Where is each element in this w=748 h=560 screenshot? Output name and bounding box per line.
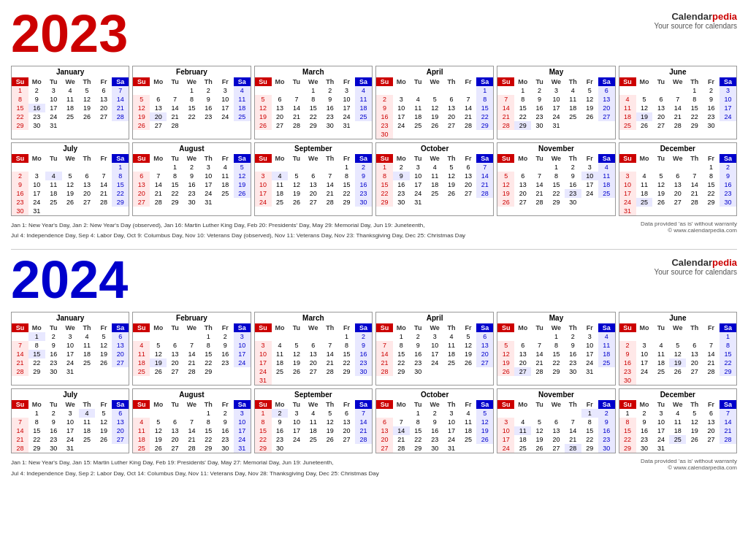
year-2024-header: 2024 Calendarpedia Your source for calen… bbox=[11, 253, 737, 306]
2023-notes-container: Jan 1: New Year's Day, Jan 2: New Year's… bbox=[11, 219, 737, 242]
brand-logo-2024: Calendarpedia Your source for calendars bbox=[654, 253, 737, 276]
month-title-mar-2024: March bbox=[255, 312, 372, 323]
month-title-apr-2023: April bbox=[376, 66, 493, 77]
day: 12 bbox=[79, 95, 96, 104]
day: 8 bbox=[12, 95, 28, 104]
day: 26 bbox=[79, 112, 96, 121]
year-divider bbox=[11, 249, 737, 250]
brand-calendar-2024: Calendar bbox=[671, 257, 712, 268]
2024-bottom-row: July SuMoTuWeThFrSa 123456 78910111213 1… bbox=[11, 388, 737, 453]
day: 2 bbox=[28, 86, 45, 95]
header-fr: Fr bbox=[95, 77, 112, 86]
month-dec-2024: December SuMoTuWeThFrSa 1234567 89101112… bbox=[619, 388, 737, 453]
month-sep-2023: September SuMoTuWeThFrSa 12 3456789 1011… bbox=[254, 142, 373, 216]
month-mar-2024: March SuMoTuWeThFrSa 12 3456789 10111213… bbox=[254, 312, 373, 386]
month-title-may-2024: May bbox=[497, 312, 614, 323]
month-apr-2023: April SuMoTuWeThFrSa 1 2345678 910111213… bbox=[375, 66, 494, 139]
2024-copyright: Data provided 'as is' without warranty© … bbox=[641, 458, 737, 471]
brand-calendar: Calendar bbox=[671, 11, 712, 22]
month-feb-2024: February SuMoTuWeThFrSa 123 45678910 111… bbox=[132, 312, 251, 386]
month-apr-2024: April SuMoTuWeThFrSa 123456 78910111213 … bbox=[375, 312, 494, 386]
2023-notes-line1: Jan 1: New Year's Day, Jan 2: New Year's… bbox=[11, 221, 465, 229]
month-title-feb-2024: February bbox=[133, 312, 250, 323]
month-aug-2023: August SuMoTuWeThFrSa 12345 6789101112 1… bbox=[132, 142, 251, 216]
day: 13 bbox=[95, 95, 112, 104]
month-title-sep-2023: September bbox=[255, 143, 372, 154]
header-th: Th bbox=[79, 77, 96, 86]
month-jun-2023: June SuMoTuWeThFrSa 123 45678910 1112131… bbox=[619, 66, 737, 139]
day: 30 bbox=[28, 121, 45, 130]
day: 11 bbox=[62, 95, 79, 104]
day: 28 bbox=[112, 112, 129, 121]
month-sep-2024: September SuMoTuWeThFrSa 1234567 8910111… bbox=[254, 388, 373, 453]
brand-tagline-2024: Your source for calendars bbox=[654, 268, 737, 276]
2024-notes-line1: Jan 1: New Year's Day, Jan 15: Martin Lu… bbox=[11, 459, 379, 467]
header-mo: Mo bbox=[28, 77, 45, 86]
day: 6 bbox=[95, 86, 112, 95]
month-jul-2024: July SuMoTuWeThFrSa 123456 78910111213 1… bbox=[11, 388, 129, 453]
2024-notes-container: Jan 1: New Year's Day, Jan 15: Martin Lu… bbox=[11, 456, 737, 479]
month-title-dec-2024: December bbox=[619, 389, 736, 400]
day: 24 bbox=[45, 112, 62, 121]
year-2024-section: 2024 Calendarpedia Your source for calen… bbox=[11, 253, 737, 479]
year-2023-title: 2023 bbox=[11, 7, 128, 60]
day: 27 bbox=[95, 112, 112, 121]
month-dec-2023: December SuMoTuWeThFrSa 12 3456789 10111… bbox=[619, 142, 737, 216]
day: 20 bbox=[95, 104, 112, 112]
2023-bottom-row: July SuMoTuWeThFrSa 1 2345678 9101112131… bbox=[11, 142, 737, 216]
month-title-feb-2023: February bbox=[133, 66, 250, 77]
day: 16 bbox=[28, 104, 45, 112]
header-su: Su bbox=[12, 77, 28, 86]
header-sa: Sa bbox=[112, 77, 129, 86]
2024-notes-line2: Jul 4: Independence Day, Sep 2: Labor Da… bbox=[11, 469, 379, 477]
day: 5 bbox=[79, 86, 96, 95]
2023-top-row: January Su Mo Tu We Th Fr Sa 1234567 891… bbox=[11, 66, 737, 139]
day: 9 bbox=[28, 95, 45, 104]
day: 29 bbox=[12, 121, 28, 130]
day: 10 bbox=[45, 95, 62, 104]
month-nov-2024: November SuMoTuWeThFrSa 12 3456789 10111… bbox=[497, 388, 615, 453]
month-jun-2024: June SuMoTuWeThFrSa 1 2345678 9101112131… bbox=[619, 312, 737, 386]
month-title-mar-2023: March bbox=[255, 66, 372, 77]
2023-copyright: Data provided 'as is' without warranty© … bbox=[641, 220, 737, 234]
brand-tagline: Your source for calendars bbox=[654, 22, 737, 30]
month-mar-2023: March SuMoTuWeThFrSa 1234 567891011 1213… bbox=[254, 66, 373, 139]
2024-top-row: January SuMoTuWeThFrSa 123456 7891011121… bbox=[11, 312, 737, 386]
day: 3 bbox=[45, 86, 62, 95]
month-oct-2023: October SuMoTuWeThFrSa 1234567 891011121… bbox=[375, 142, 494, 216]
day: 21 bbox=[112, 104, 129, 112]
2023-notes-line2: Jul 4: Independence Day, Sep 4: Labor Da… bbox=[11, 231, 465, 239]
header-tu: Tu bbox=[45, 77, 62, 86]
month-title-jul-2024: July bbox=[12, 389, 129, 400]
month-may-2023: May SuMoTuWeThFrSa 123456 78910111213 14… bbox=[497, 66, 615, 139]
year-2024-title: 2024 bbox=[11, 253, 128, 306]
day: 23 bbox=[28, 112, 45, 121]
brand-logo-2023: Calendarpedia Your source for calendars bbox=[654, 7, 737, 30]
day: 25 bbox=[62, 112, 79, 121]
month-oct-2024: October SuMoTuWeThFrSa 12345 6789101112 … bbox=[375, 388, 494, 453]
month-jul-2023: July SuMoTuWeThFrSa 1 2345678 9101112131… bbox=[11, 142, 129, 216]
month-feb-2023: February SuMoTuWeThFrSa 1234 567891011 1… bbox=[132, 66, 251, 139]
month-title-nov-2024: November bbox=[497, 389, 614, 400]
2024-notes: Jan 1: New Year's Day, Jan 15: Martin Lu… bbox=[11, 456, 379, 479]
month-title-jul-2023: July bbox=[12, 143, 129, 154]
month-title-jun-2023: June bbox=[619, 66, 736, 77]
month-title-jun-2024: June bbox=[619, 312, 736, 323]
day: 18 bbox=[62, 104, 79, 112]
month-title-apr-2024: April bbox=[376, 312, 493, 323]
month-title-jan-2023: January bbox=[12, 66, 129, 77]
month-title-sep-2024: September bbox=[255, 389, 372, 400]
day: 17 bbox=[45, 104, 62, 112]
month-jan-2023: January Su Mo Tu We Th Fr Sa 1234567 891… bbox=[11, 66, 129, 139]
month-title-may-2023: May bbox=[497, 66, 614, 77]
year-2023-section: 2023 Calendarpedia Your source for calen… bbox=[11, 7, 737, 242]
month-jan-2024: January SuMoTuWeThFrSa 123456 7891011121… bbox=[11, 312, 129, 386]
brand-pedia-2024: pedia bbox=[712, 257, 737, 268]
month-title-jan-2024: January bbox=[12, 312, 129, 323]
day: 7 bbox=[112, 86, 129, 95]
2023-notes: Jan 1: New Year's Day, Jan 2: New Year's… bbox=[11, 219, 465, 242]
month-may-2024: May SuMoTuWeThFrSa 1234 567891011 121314… bbox=[497, 312, 615, 386]
brand-pedia: pedia bbox=[712, 11, 737, 22]
month-title-nov-2023: November bbox=[497, 143, 614, 154]
day: 31 bbox=[45, 121, 62, 130]
